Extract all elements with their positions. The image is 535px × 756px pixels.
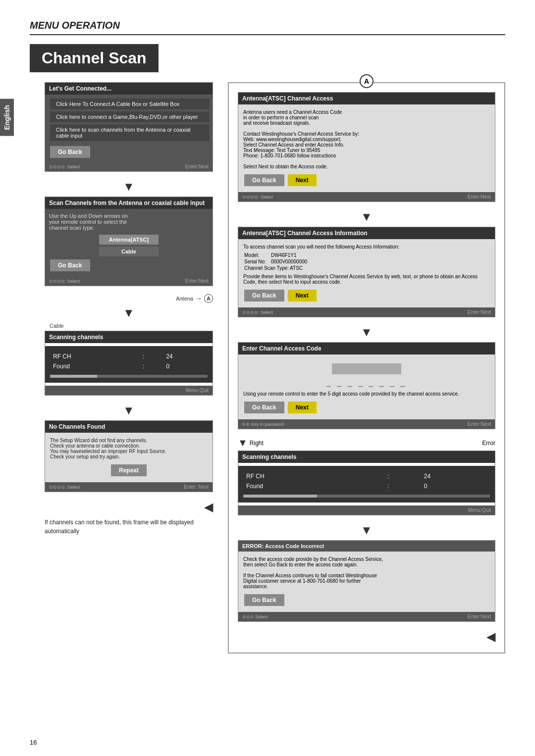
go-back-button-2[interactable]: Go Back [50, 259, 90, 271]
arrow-down-4: ▼ [238, 210, 495, 224]
go-back-button-5[interactable]: Go Back [244, 402, 284, 413]
rf-ch-label-r: RF CH [244, 472, 384, 481]
big-left-arrow: ◀ [204, 500, 213, 514]
enter-access-code-text: Using your remote control to enter the 5… [243, 391, 490, 397]
scanning-menu-quit-left: Menu:Quit [186, 388, 209, 393]
bluray-button[interactable]: Click here to connect a Game,Blu-Ray,DVD… [50, 111, 210, 122]
antenna-info-body: To access channel scan you will need the… [238, 239, 495, 307]
error-access-text: Check the access code provide by the Cha… [243, 556, 490, 589]
found-value-r: 0 [422, 482, 489, 491]
cable-button[interactable]: Cable [99, 247, 159, 256]
progress-bar-right [243, 495, 490, 498]
scanning-table-left: RF CH : 24 Found : 0 [50, 351, 208, 372]
found-label: Found [51, 362, 140, 371]
found-label-r: Found [244, 482, 384, 491]
dotted-code-display: _ _ _ _ _ _ _ _ [243, 378, 490, 387]
progress-fill-right [243, 495, 317, 498]
no-channels-header: No Channels Found [45, 421, 213, 433]
enter-access-code-body: _ _ _ _ _ _ _ _ Using your remote contro… [238, 354, 495, 419]
scan-channels-body: Use the Up and Down arrows on your remot… [45, 209, 213, 276]
antenna-access-header: Antenna[ATSC] Channel Access [238, 93, 495, 104]
right-label: Right [250, 440, 264, 447]
enter-access-code-panel: Enter Channel Access Code _ _ _ _ _ _ _ … [238, 342, 495, 429]
footer-select-6: ⊙⊙⊙ Select [242, 614, 268, 619]
antena-label: Antena [176, 296, 193, 302]
footer-select-3: ⊙⊙⊙⊙: Select [49, 485, 80, 490]
rf-ch-sep-r: : [385, 472, 421, 481]
left-column: Let's Get Connected... Click Here To Con… [45, 82, 213, 654]
antena-arrow-row: Antena → A [45, 294, 213, 303]
antenna-atsc-button[interactable]: Antenna[ATSC] [99, 235, 159, 245]
scanning-footer-right: Menu:Quit [238, 505, 495, 515]
antenna-info-footer: ⊙⊙⊙⊙: Select Enter:Next [238, 307, 495, 317]
scanning-menu-quit-right: Menu:Quit [468, 507, 491, 513]
circle-a-label: A [360, 74, 374, 88]
footer-select-5: ⊙⊙⊙⊙: Select [242, 310, 273, 315]
scanning-channels-box-left: RF CH : 24 Found : 0 [45, 346, 213, 383]
rf-ch-sep: : [141, 352, 163, 361]
enter-access-code-header: Enter Channel Access Code [238, 343, 495, 354]
antenna-info-header: Antenna[ATSC] Channel Access Information [238, 227, 495, 239]
progress-fill-left [50, 375, 97, 378]
model-value: DW46F1Y1 [267, 252, 307, 258]
arrow-down-6: ▼ [238, 523, 495, 537]
repeat-button[interactable]: Repeat [111, 464, 147, 476]
section-title: MENU OPERATION [30, 20, 505, 35]
antenna-info-intro: To access channel scan you will need the… [243, 244, 490, 250]
found-sep: : [141, 362, 163, 371]
footer-select-2: ⊙⊙⊙⊙: Select [49, 279, 80, 284]
go-back-button-6[interactable]: Go Back [244, 594, 284, 606]
right-error-row: ▼ Right Error [238, 437, 495, 449]
scan-channels-header: Scan Channels from the Antenna or coaxia… [45, 197, 213, 209]
scanning-table-right: RF CH : 24 Found : 0 [243, 471, 490, 492]
footer-enter-1: Enter:Next [185, 164, 209, 169]
no-channels-body: The Setup Wizard did not find any channe… [45, 433, 213, 482]
scanning-channels-panel-right: Scanning channels RF CH : 24 Found : 0 [238, 451, 495, 515]
model-label: Model: [244, 252, 266, 258]
footer-enter-2: Enter:Next [185, 278, 209, 284]
rf-ch-value: 24 [164, 352, 207, 361]
scan-antenna-button[interactable]: Click here to scan channels from the Ant… [50, 124, 210, 141]
lets-get-connected-header: Let's Get Connected... [45, 83, 213, 95]
scanning-footer-left: Menu:Quit [45, 386, 213, 395]
scan-channels-text: Use the Up and Down arrows on your remot… [49, 213, 209, 231]
scanning-channels-header-left: Scanning channels [45, 331, 213, 343]
error-label: Error [482, 440, 495, 447]
scanning-channels-header-right: Scanning channels [238, 451, 495, 463]
footer-enter-7: Enter:Next [468, 614, 491, 619]
antena-circle-a: A [204, 294, 213, 303]
footer-enter-5: Enter:Next [468, 309, 491, 315]
next-button-3[interactable]: Next [288, 402, 317, 413]
arrow-down-3: ▼ [45, 403, 213, 417]
lets-get-connected-body: Click Here To Connect A Cable Box or Sat… [45, 95, 213, 162]
footer-enter-4: Enter:Next [468, 194, 491, 200]
footer-select-4: ⊙⊙⊙⊙: Select [242, 195, 273, 200]
rf-ch-value-r: 24 [422, 472, 489, 481]
note-text: If channels can not be found, this frame… [45, 518, 213, 536]
found-value: 0 [164, 362, 207, 371]
error-access-body: Check the access code provide by the Cha… [238, 552, 495, 612]
go-back-button-1[interactable]: Go Back [50, 146, 90, 158]
scanning-channels-panel-left: Scanning channels RF CH : 24 Found : 0 [45, 331, 213, 396]
error-access-panel: ERROR: Access Code Incorrect Check the a… [238, 540, 495, 622]
progress-bar-left [50, 375, 208, 378]
next-button-2[interactable]: Next [288, 290, 317, 302]
go-back-button-3[interactable]: Go Back [244, 174, 284, 186]
scan-channels-panel: Scan Channels from the Antenna or coaxia… [45, 197, 213, 286]
access-code-field[interactable] [332, 363, 401, 374]
antenna-info-extra: Provide these items to Westinghouse's Ch… [243, 274, 490, 285]
found-sep-r: : [385, 482, 421, 491]
cable-box-button[interactable]: Click Here To Connect A Cable Box or Sat… [50, 99, 210, 109]
scan-channels-footer: ⊙⊙⊙⊙: Select Enter:Next [45, 276, 213, 286]
big-left-arrow-right: ◀ [486, 630, 495, 643]
antenna-info-panel: Antenna[ATSC] Channel Access Information… [238, 227, 495, 317]
go-back-button-4[interactable]: Go Back [244, 290, 284, 302]
cable-label: Cable [50, 323, 213, 329]
next-button-1[interactable]: Next [288, 174, 317, 186]
antenna-access-body: Antenna users need a Channel Access Code… [238, 104, 495, 192]
antenna-access-text: Antenna users need a Channel Access Code… [243, 109, 490, 169]
arrow-down-2: ▼ [45, 306, 213, 320]
antenna-access-footer: ⊙⊙⊙⊙: Select Enter:Next [238, 192, 495, 202]
error-access-header: ERROR: Access Code Incorrect [238, 541, 495, 552]
arrow-down-5: ▼ [238, 325, 495, 339]
